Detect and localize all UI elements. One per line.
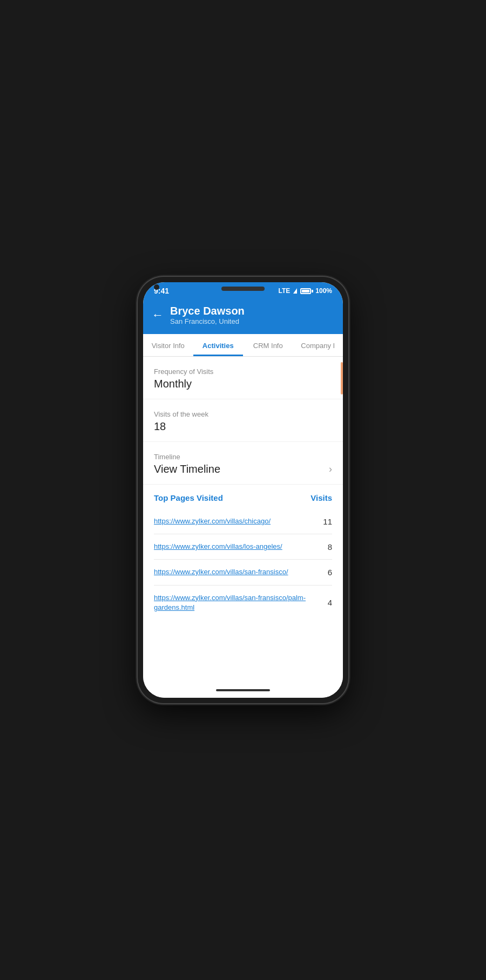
- visits-week-label: Visits of the week: [154, 410, 332, 418]
- timeline-link[interactable]: View Timeline: [154, 463, 220, 475]
- page-visits-2: 8: [321, 542, 332, 552]
- scrollbar-indicator[interactable]: [341, 362, 343, 394]
- page-row: https://www.zylker.com/villas/chicago/ 1…: [154, 509, 332, 534]
- tab-bar: Visitor Info Activities CRM Info Company…: [143, 334, 343, 357]
- tab-crm-info[interactable]: CRM Info: [243, 334, 293, 356]
- chevron-right-icon: ›: [329, 464, 332, 475]
- header-title-section: Bryce Dawson San Francisco, United: [170, 305, 245, 325]
- tab-visitor-info[interactable]: Visitor Info: [143, 334, 193, 356]
- home-bar: [143, 685, 343, 698]
- visits-week-section: Visits of the week 18: [143, 399, 343, 442]
- timeline-section: Timeline View Timeline ›: [143, 442, 343, 485]
- visits-week-value: 18: [154, 420, 332, 433]
- page-row: https://www.zylker.com/villas/san-fransi…: [154, 560, 332, 585]
- page-url-4[interactable]: https://www.zylker.com/villas/san-fransi…: [154, 593, 321, 612]
- battery-icon: [300, 288, 313, 294]
- contact-location: San Francisco, United: [170, 317, 245, 325]
- lte-indicator: LTE: [279, 287, 291, 295]
- timeline-row: View Timeline ›: [154, 463, 332, 475]
- page-row: https://www.zylker.com/villas/san-fransi…: [154, 586, 332, 620]
- page-url-1[interactable]: https://www.zylker.com/villas/chicago/: [154, 516, 321, 526]
- tab-company-info[interactable]: Company I: [293, 334, 343, 356]
- page-url-2[interactable]: https://www.zylker.com/villas/los-angele…: [154, 542, 321, 552]
- visits-col-label: Visits: [310, 493, 332, 502]
- pages-header: Top Pages Visited Visits: [154, 493, 332, 502]
- status-right: LTE 100%: [279, 287, 332, 295]
- back-button[interactable]: ←: [152, 309, 164, 321]
- page-visits-3: 6: [321, 568, 332, 577]
- frequency-value: Monthly: [154, 378, 332, 390]
- home-indicator: [216, 689, 270, 691]
- timeline-label: Timeline: [154, 453, 332, 461]
- page-url-3[interactable]: https://www.zylker.com/villas/san-fransi…: [154, 567, 321, 577]
- header: ← Bryce Dawson San Francisco, United: [143, 298, 343, 334]
- frequency-section: Frequency of Visits Monthly: [143, 357, 343, 399]
- page-row: https://www.zylker.com/villas/los-angele…: [154, 534, 332, 560]
- frequency-label: Frequency of Visits: [154, 368, 332, 376]
- content-area: Frequency of Visits Monthly Visits of th…: [143, 357, 343, 685]
- page-visits-4: 4: [321, 598, 332, 607]
- tab-activities[interactable]: Activities: [193, 334, 244, 356]
- signal-icon: [293, 288, 297, 294]
- contact-name: Bryce Dawson: [170, 305, 245, 317]
- page-visits-1: 11: [321, 517, 332, 526]
- top-pages-label: Top Pages Visited: [154, 493, 223, 502]
- top-pages-section: Top Pages Visited Visits https://www.zyl…: [143, 485, 343, 629]
- battery-percent: 100%: [315, 287, 332, 295]
